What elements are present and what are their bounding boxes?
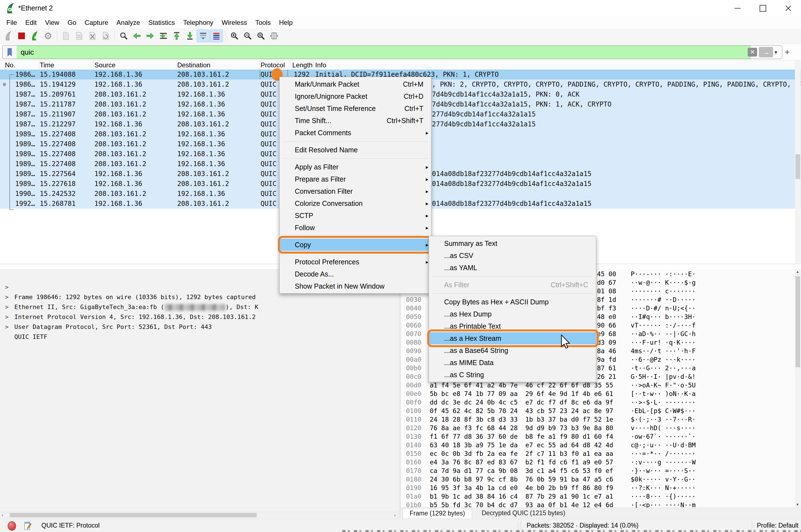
colorize-packets-icon[interactable] <box>210 30 223 42</box>
submenu-item[interactable]: ...as CSV <box>429 249 596 262</box>
maximize-button[interactable] <box>750 0 776 17</box>
hex-row[interactable]: 0160 e4 3a 76 8c 87 ed 83 67 b2 f1 fd c6… <box>401 458 801 467</box>
hex-row[interactable]: 0120 76 8a ae f3 fc 68 44 28 9d d9 b9 73… <box>401 424 801 432</box>
context-menu-item[interactable]: Show Packet in New Window <box>280 280 431 292</box>
scrollbar-thumb[interactable] <box>10 513 257 517</box>
column-header-source[interactable]: Source <box>94 61 115 69</box>
capture-stop-icon[interactable] <box>15 30 28 42</box>
capture-comment-icon[interactable] <box>24 521 32 530</box>
go-first-packet-icon[interactable] <box>170 30 183 42</box>
submenu-item[interactable]: As Filter Ctrl+Shift+C <box>429 279 596 291</box>
submenu-item[interactable] <box>429 274 596 279</box>
column-header-length[interactable]: Length <box>292 61 313 69</box>
hex-row[interactable]: 0150 ec 0c 0b 3d fb 2a ea fe 2f c7 11 b3… <box>401 450 801 458</box>
menubar-item[interactable]: Edit <box>21 17 41 28</box>
column-header-destination[interactable]: Destination <box>177 61 210 69</box>
scrollbar-thumb[interactable] <box>796 276 800 367</box>
menubar-item[interactable]: Analyze <box>112 17 144 28</box>
filter-clear-icon[interactable]: ✕ <box>748 48 757 57</box>
submenu-item[interactable]: ...as YAML <box>429 262 596 274</box>
zoom-reset-icon[interactable] <box>255 30 267 42</box>
context-menu-item[interactable]: Set/Unset Time Reference Ctrl+T <box>280 102 431 115</box>
column-header-time[interactable]: Time <box>40 61 54 69</box>
expert-info-icon[interactable] <box>8 521 16 531</box>
close-file-icon[interactable] <box>86 30 99 42</box>
filter-apply-icon[interactable]: → <box>759 47 773 57</box>
expand-chevron-icon[interactable]: > <box>5 322 8 332</box>
column-header-protocol[interactable]: Protocol <box>261 61 285 69</box>
auto-scroll-icon[interactable] <box>197 30 209 42</box>
menubar-item[interactable]: Statistics <box>144 17 179 28</box>
context-menu-item[interactable]: Copy ▸ <box>280 239 431 251</box>
display-filter-input[interactable] <box>17 45 751 59</box>
vertical-splitter[interactable] <box>399 269 401 518</box>
context-menu-item[interactable]: Edit Resolved Name <box>280 144 431 156</box>
submenu-item[interactable]: ...as Hex Dump <box>429 308 596 320</box>
capture-start-icon[interactable] <box>2 30 15 42</box>
zoom-out-icon[interactable] <box>241 30 254 42</box>
menubar-item[interactable]: View <box>41 17 63 28</box>
go-back-icon[interactable] <box>131 30 143 42</box>
context-menu-item[interactable]: SCTP ▸ <box>280 209 431 222</box>
submenu-item[interactable]: Copy Bytes as Hex + ASCII Dump <box>429 296 596 308</box>
zoom-in-icon[interactable] <box>228 30 241 42</box>
scroll-down-icon[interactable]: ▼ <box>796 502 799 507</box>
hex-row[interactable]: 0140 63 40 18 3b a9 75 1e da e7 ec 55 ad… <box>401 441 801 450</box>
capture-restart-icon[interactable] <box>29 30 41 42</box>
menubar-item[interactable]: File <box>2 17 21 28</box>
capture-options-icon[interactable]: ⚙ <box>42 30 54 42</box>
submenu-item[interactable]: Summary as Text <box>429 237 596 249</box>
column-header-info[interactable]: Info <box>315 61 326 69</box>
go-forward-icon[interactable] <box>144 30 156 42</box>
menubar-item[interactable]: Telephony <box>179 17 217 28</box>
context-menu-item[interactable]: Follow ▸ <box>280 222 431 234</box>
context-menu-item[interactable]: Time Shift... Ctrl+Shift+T <box>280 115 431 127</box>
context-menu-item[interactable] <box>280 139 431 144</box>
hex-row[interactable]: 0110 24 18 28 8f 3b c8 d3 33 1b b3 37 ba… <box>401 415 801 424</box>
go-last-packet-icon[interactable] <box>184 30 196 42</box>
context-menu-item[interactable]: Mark/Unmark Packet Ctrl+M <box>280 78 431 90</box>
column-divider[interactable] <box>313 60 314 70</box>
submenu-item[interactable]: ...as MIME Data <box>429 357 596 369</box>
save-file-icon[interactable]: 01010110 <box>73 30 86 42</box>
hex-row[interactable]: 00e0 5b bc e8 74 1b 77 09 aa 29 6f 4e 9d… <box>401 390 801 398</box>
filter-add-button[interactable]: + <box>784 47 790 57</box>
context-menu-item[interactable]: Apply as Filter ▸ <box>280 161 431 173</box>
hex-row[interactable]: 00d0 a1 f4 5e 6f 41 a2 4b 7e 46 cf 22 6f… <box>401 381 801 390</box>
close-button[interactable] <box>776 0 801 17</box>
hex-row[interactable]: 0170 ca 7d 9a d1 77 ca 9b 08 3d c1 a4 f5… <box>401 467 801 475</box>
menubar-item[interactable]: Tools <box>251 17 275 28</box>
column-divider[interactable] <box>176 60 176 70</box>
context-menu-item[interactable] <box>280 156 431 161</box>
hex-row[interactable]: 0100 0f 45 62 4c 82 5b 70 24 43 cb 57 23… <box>401 407 801 415</box>
hex-row[interactable]: 0190 16 95 3f 3a 4b 1a cd e0 4e b0 2b b9… <box>401 484 801 492</box>
detail-tree-row[interactable]: > User Datagram Protocol, Src Port: 5236… <box>0 302 399 312</box>
resize-columns-icon[interactable] <box>268 30 280 42</box>
tab-decrypted-quic[interactable]: Decrypted QUIC (1215 bytes) <box>475 508 572 518</box>
hex-row[interactable]: 0130 f1 6f 77 d8 36 37 60 de b8 fe a1 f9… <box>401 432 801 441</box>
context-menu-item[interactable] <box>280 234 431 239</box>
submenu-item[interactable] <box>429 291 596 296</box>
open-file-icon[interactable] <box>60 30 72 42</box>
detail-tree-row[interactable]: > Internet Protocol Version 4, Src: 192.… <box>0 292 399 302</box>
hex-pane-scrollbar[interactable]: ▲ ▼ <box>795 269 801 508</box>
context-menu-item[interactable]: Packet Comments ▸ <box>280 127 431 139</box>
hex-row[interactable]: 01a0 b1 9b 1c ad 38 84 16 c4 87 7b 29 a1… <box>401 492 801 501</box>
scroll-up-icon[interactable]: ▲ <box>796 270 799 274</box>
column-header-no[interactable]: No. <box>5 61 15 69</box>
minimize-button[interactable] <box>725 0 750 17</box>
detail-pane-hscrollbar[interactable]: ‹ › <box>0 512 399 518</box>
scroll-left-icon[interactable]: ‹ <box>2 512 3 518</box>
column-divider[interactable] <box>259 60 260 70</box>
context-menu-item[interactable]: Colorize Conversation ▸ <box>280 197 431 209</box>
scrollbar-thumb[interactable] <box>796 154 800 179</box>
go-to-packet-icon[interactable] <box>157 30 170 42</box>
submenu-item[interactable]: ...as a Base64 String <box>429 344 596 357</box>
detail-tree-row[interactable]: > QUIC IETF <box>0 312 399 322</box>
menubar-item[interactable]: Wireless <box>218 17 251 28</box>
context-menu-item[interactable] <box>280 251 431 256</box>
context-menu-item[interactable]: Conversation Filter ▸ <box>280 185 431 197</box>
context-menu-item[interactable]: Decode As... <box>280 268 431 280</box>
submenu-item[interactable]: ...as C String <box>429 369 596 381</box>
menubar-item[interactable]: Help <box>275 17 297 28</box>
